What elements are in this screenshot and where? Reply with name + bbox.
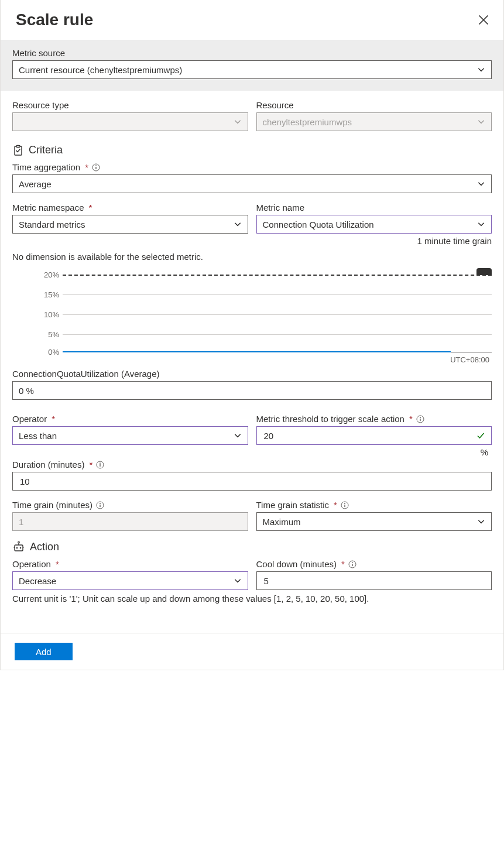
resource-type-label: Resource type bbox=[12, 100, 248, 110]
info-icon[interactable] bbox=[96, 461, 104, 469]
resource-label: Resource bbox=[256, 100, 492, 110]
chevron-down-icon bbox=[477, 118, 485, 126]
chevron-down-icon bbox=[234, 220, 242, 228]
svg-rect-4 bbox=[95, 167, 96, 169]
threshold-label: Metric threshold to trigger scale action bbox=[256, 414, 404, 424]
resource-type-select bbox=[12, 112, 248, 131]
required-indicator: * bbox=[409, 414, 413, 424]
time-aggregation-label: Time aggregation bbox=[12, 162, 80, 172]
metric-name-label: Metric name bbox=[256, 203, 305, 212]
metric-source-label: Metric source bbox=[12, 48, 492, 58]
criteria-heading: Criteria bbox=[29, 144, 63, 156]
chart-ytick: 10% bbox=[30, 310, 59, 319]
time-aggregation-value: Average bbox=[19, 179, 52, 189]
chevron-down-icon bbox=[234, 577, 242, 585]
duration-label: Duration (minutes) bbox=[12, 460, 84, 469]
svg-point-15 bbox=[344, 503, 345, 504]
svg-rect-17 bbox=[15, 545, 23, 551]
metric-namespace-value: Standard metrics bbox=[19, 220, 85, 229]
cooldown-value[interactable] bbox=[263, 575, 486, 587]
time-grain-stat-label: Time grain statistic bbox=[256, 500, 329, 510]
time-aggregation-select[interactable]: Average bbox=[12, 174, 492, 193]
svg-point-25 bbox=[352, 562, 353, 563]
cooldown-input[interactable] bbox=[256, 571, 492, 590]
threshold-unit: % bbox=[256, 447, 492, 457]
chevron-down-icon bbox=[477, 180, 485, 188]
chevron-down-icon bbox=[234, 118, 242, 126]
info-icon[interactable] bbox=[348, 560, 356, 568]
required-indicator: * bbox=[334, 500, 337, 510]
chevron-down-icon bbox=[477, 66, 485, 74]
chevron-down-icon bbox=[234, 431, 242, 440]
required-indicator: * bbox=[85, 162, 88, 172]
resource-select: chenyltestpremiumwps bbox=[256, 112, 492, 131]
cooldown-label: Cool down (minutes) bbox=[256, 559, 337, 569]
duration-value[interactable] bbox=[19, 476, 485, 487]
metric-source-value: Current resource (chenyltestpremiumwps) bbox=[19, 65, 182, 75]
time-grain-input: 1 bbox=[12, 512, 248, 531]
close-icon[interactable] bbox=[478, 14, 489, 26]
threshold-value[interactable] bbox=[263, 430, 476, 441]
metric-source-select[interactable]: Current resource (chenyltestpremiumwps) bbox=[12, 60, 492, 79]
info-icon[interactable] bbox=[92, 163, 100, 172]
chart-series-line bbox=[63, 351, 451, 352]
required-indicator: * bbox=[52, 414, 55, 424]
clipboard-icon bbox=[12, 145, 24, 156]
chart-ytick: 5% bbox=[30, 330, 59, 339]
svg-rect-16 bbox=[344, 505, 345, 507]
svg-rect-13 bbox=[100, 505, 100, 507]
svg-point-12 bbox=[100, 503, 101, 504]
svg-point-21 bbox=[18, 541, 20, 543]
svg-rect-10 bbox=[100, 464, 101, 467]
chart-ytick: 20% bbox=[30, 270, 59, 279]
chart-timezone: UTC+08:00 bbox=[30, 355, 492, 364]
required-indicator: * bbox=[89, 203, 92, 212]
panel-title: Scale rule bbox=[16, 11, 93, 29]
svg-rect-7 bbox=[420, 419, 420, 421]
chart-ytick: 15% bbox=[30, 290, 59, 299]
operator-value: Less than bbox=[19, 431, 57, 441]
required-indicator: * bbox=[56, 559, 59, 569]
time-grain-label: Time grain (minutes) bbox=[12, 500, 92, 510]
chevron-down-icon bbox=[477, 517, 485, 526]
metric-name-value: Connection Quota Utilization bbox=[263, 220, 374, 229]
operation-label: Operation bbox=[12, 559, 51, 569]
svg-point-9 bbox=[100, 462, 101, 464]
threshold-input[interactable] bbox=[256, 426, 492, 445]
time-grain-stat-select[interactable]: Maximum bbox=[256, 512, 492, 531]
operator-select[interactable]: Less than bbox=[12, 426, 248, 445]
operation-value: Decrease bbox=[19, 576, 56, 586]
svg-rect-1 bbox=[16, 145, 20, 147]
resource-value: chenyltestpremiumwps bbox=[263, 117, 352, 127]
chevron-down-icon bbox=[477, 220, 485, 228]
chart-ytick: 0% bbox=[30, 348, 59, 356]
current-value-input[interactable]: 0 % bbox=[12, 381, 492, 400]
metric-namespace-label: Metric namespace bbox=[12, 203, 84, 212]
time-grain-hint: 1 minute time grain bbox=[256, 236, 492, 246]
scale-note: Current unit is '1'; Unit can scale up a… bbox=[12, 594, 492, 604]
metric-chart: 20% 15% 10% 5% 0% UTC+08:00 bbox=[12, 269, 492, 364]
time-grain-value: 1 bbox=[19, 517, 23, 527]
svg-point-19 bbox=[20, 547, 22, 549]
duration-input[interactable] bbox=[12, 472, 492, 491]
info-icon[interactable] bbox=[96, 501, 104, 509]
dimension-note: No dimension is available for the select… bbox=[12, 252, 492, 262]
svg-rect-26 bbox=[352, 564, 352, 566]
current-value: 0 % bbox=[19, 386, 34, 396]
required-indicator: * bbox=[89, 460, 92, 469]
metric-name-select[interactable]: Connection Quota Utilization bbox=[256, 215, 492, 234]
info-icon[interactable] bbox=[416, 415, 424, 423]
action-heading: Action bbox=[30, 541, 59, 553]
operation-select[interactable]: Decrease bbox=[12, 571, 248, 590]
add-button[interactable]: Add bbox=[15, 643, 73, 660]
operator-label: Operator bbox=[12, 414, 47, 424]
metric-namespace-select[interactable]: Standard metrics bbox=[12, 215, 248, 234]
svg-point-3 bbox=[95, 165, 97, 166]
check-icon bbox=[476, 431, 485, 440]
required-indicator: * bbox=[341, 559, 345, 569]
robot-icon bbox=[12, 540, 25, 553]
svg-point-6 bbox=[420, 417, 421, 418]
info-icon[interactable] bbox=[341, 501, 349, 509]
time-grain-stat-value: Maximum bbox=[263, 517, 301, 527]
svg-point-18 bbox=[16, 547, 18, 549]
